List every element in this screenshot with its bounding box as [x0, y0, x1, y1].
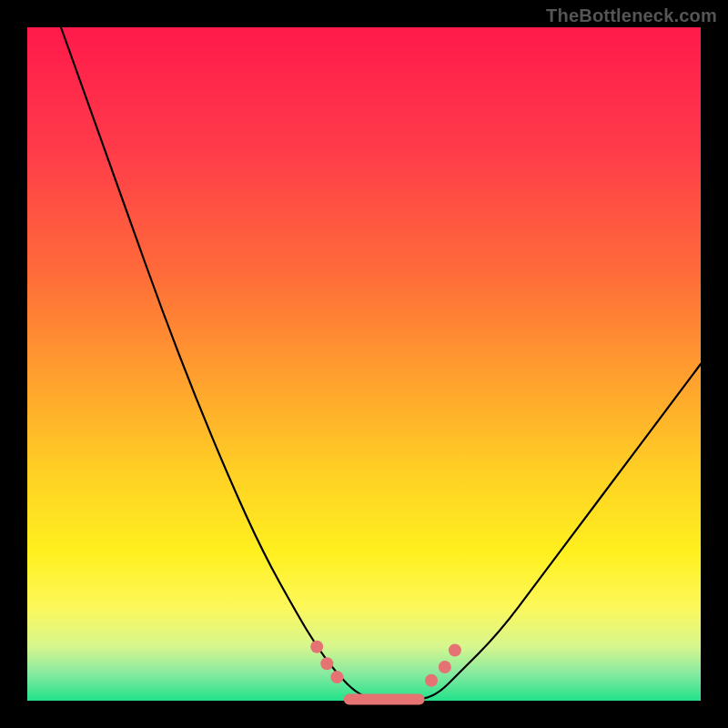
- curve-marker-dot: [330, 671, 343, 683]
- bottom-band-rect: [344, 694, 425, 705]
- curve-marker-dot: [439, 661, 451, 673]
- chart-frame: TheBottleneck.com: [0, 0, 728, 728]
- bottom-band: [344, 694, 425, 705]
- curve-marker-dot: [310, 641, 323, 653]
- curve-marker-dot: [449, 644, 461, 657]
- curve-markers: [310, 641, 461, 687]
- curve-svg: [27, 27, 701, 701]
- watermark-text: TheBottleneck.com: [546, 5, 717, 26]
- plot-area: [27, 27, 701, 701]
- curve-marker-dot: [425, 674, 438, 687]
- bottleneck-curve: [61, 27, 701, 701]
- curve-marker-dot: [320, 657, 333, 670]
